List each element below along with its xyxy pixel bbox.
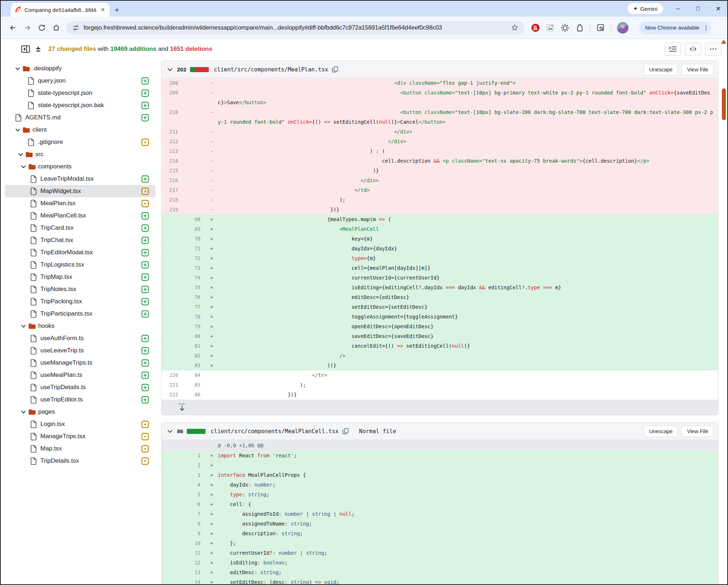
tree-item-src[interactable]: src: [5, 148, 155, 160]
chevron-down-icon[interactable]: [21, 410, 28, 414]
new-line-number: 79: [183, 322, 206, 331]
window-maximize-button[interactable]: □: [693, 5, 703, 12]
tree-item-login-tsx[interactable]: Login.tsx: [5, 418, 155, 430]
tree-item-tripparticipants-tsx[interactable]: TripParticipants.tsx: [5, 308, 155, 320]
tree-item-state-typescript-json[interactable]: state-typescript.json: [5, 87, 155, 99]
starburst-extension-icon[interactable]: [560, 23, 570, 32]
diff-sign: +: [206, 538, 218, 548]
tree-item-components[interactable]: components: [5, 160, 155, 173]
unescape-button[interactable]: Unescape: [644, 64, 678, 75]
side-search-icon[interactable]: [596, 23, 605, 32]
tree-item-tripdetails-tsx[interactable]: TripDetails.tsx: [5, 455, 155, 467]
code-line: ) : (: [218, 146, 718, 156]
home-button[interactable]: [49, 21, 63, 35]
new-chrome-button[interactable]: New Chrome available ⋮: [639, 21, 711, 34]
profile-avatar[interactable]: [617, 22, 628, 34]
tree-item-tripnotes-tsx[interactable]: TripNotes.tsx: [5, 283, 155, 295]
tree-item-pages[interactable]: pages: [5, 406, 155, 418]
chevron-down-icon[interactable]: [15, 67, 22, 70]
tree-item-triplogistics-tsx[interactable]: TripLogistics.tsx: [5, 259, 155, 271]
window-minimize-button[interactable]: –: [672, 5, 683, 12]
tree-item-usemanagetrips-ts[interactable]: useManageTrips.ts: [5, 357, 155, 369]
chevron-down-icon[interactable]: [18, 153, 25, 156]
scroll-top-marker[interactable]: [721, 40, 726, 44]
tree-item-managetrips-tsx[interactable]: ManageTrips.tsx: [5, 430, 155, 443]
tree-item-client[interactable]: client: [5, 124, 155, 136]
code-line: </div>: [218, 176, 718, 185]
split-view-button[interactable]: [685, 43, 701, 56]
code-line: setEditDesc: (desc: string) => void;: [218, 577, 718, 585]
adblock-extension-icon[interactable]: [531, 23, 540, 32]
reload-button[interactable]: [35, 21, 49, 35]
collapse-file-icon[interactable]: [167, 430, 173, 433]
tree-item-label: TripDetails.tsx: [40, 457, 79, 465]
diff-stats-expand-icon[interactable]: ±: [36, 44, 40, 54]
new-tab-button[interactable]: +: [115, 6, 119, 14]
new-line-number: 85: [183, 380, 206, 390]
tree-item-tripcard-tsx[interactable]: TripCard.tsx: [5, 222, 155, 234]
tree-item-useauthform-ts[interactable]: useAuthForm.ts: [5, 332, 155, 344]
tree-item-label: Login.tsx: [40, 421, 65, 428]
copy-path-icon[interactable]: [332, 66, 339, 73]
tree-item-agents-md[interactable]: AGENTS.md: [5, 111, 155, 124]
back-button[interactable]: [6, 21, 20, 35]
chrome-menu-icon[interactable]: ⋮: [703, 26, 708, 29]
tree-item-mealplan-tsx[interactable]: MealPlan.tsx: [5, 197, 155, 210]
tree-item-leavetripmodal-tsx[interactable]: LeaveTripModal.tsx: [5, 173, 155, 185]
site-settings-icon[interactable]: [72, 24, 79, 31]
collapse-file-icon[interactable]: [167, 68, 173, 71]
tree-item-state-typescript-json-bak[interactable]: state-typescript.json.bak: [5, 99, 155, 111]
deletions-count: 1651 deletions: [170, 45, 212, 52]
toggle-file-tree-icon[interactable]: [21, 45, 30, 53]
chevron-down-icon[interactable]: [15, 128, 22, 132]
bookmark-star-icon[interactable]: [511, 24, 519, 31]
url-text[interactable]: forgejo.freshbrewed.science/builderadmin…: [84, 24, 507, 31]
scrollbar-thumb[interactable]: [722, 88, 726, 120]
tree-item-usetripdetails-ts[interactable]: useTripDetails.ts: [5, 381, 155, 393]
code-line: interface MealPlanCellProps {: [218, 470, 718, 480]
tree-item-usemealplan-ts[interactable]: useMealPlan.ts: [5, 369, 155, 381]
tree-item-trippacking-tsx[interactable]: TripPacking.tsx: [5, 295, 155, 308]
folder-icon: [22, 127, 31, 133]
diff-options-menu-button[interactable]: [705, 43, 722, 56]
url-bar[interactable]: forgejo.freshbrewed.science/builderadmin…: [66, 21, 524, 35]
tab-close-icon[interactable]: ✕: [100, 7, 106, 13]
image-extension-icon[interactable]: [546, 23, 555, 32]
window-close-button[interactable]: ✕: [713, 5, 724, 13]
expand-down-icon[interactable]: [178, 403, 186, 412]
tree-item-usetripeditor-ts[interactable]: useTripEditor.ts: [5, 393, 155, 406]
whitespace-options-button[interactable]: [665, 43, 681, 56]
jar-extension-icon[interactable]: [575, 23, 584, 32]
file-icon: [30, 237, 39, 244]
copy-path-icon[interactable]: [342, 428, 349, 435]
chevron-down-icon[interactable]: [21, 165, 28, 168]
chevron-down-icon[interactable]: [21, 325, 28, 328]
tree-item-mapwidget-tsx[interactable]: MapWidget.tsx: [5, 185, 155, 197]
diff-sign: +: [206, 341, 218, 351]
tree-item-tripeditormodal-tsx[interactable]: TripEditorModal.tsx: [5, 246, 155, 259]
code-line: description: string;: [218, 529, 718, 538]
browser-tab[interactable]: Comparing de51a4afb8...bfd4a6 ✕: [11, 3, 110, 17]
tree-item-label: MealPlanCell.tsx: [40, 212, 86, 219]
tree-item-map-tsx[interactable]: Map.tsx: [5, 443, 155, 455]
tree-item-useleavetrip-ts[interactable]: useLeaveTrip.ts: [5, 344, 155, 357]
tree-item--desloppify[interactable]: .desloppify: [5, 62, 155, 75]
tree-item-tripchat-tsx[interactable]: TripChat.tsx: [5, 234, 155, 246]
tree-item-tripmap-tsx[interactable]: TripMap.tsx: [5, 271, 155, 283]
diff-line-row: 75+ isEditing={editingCell?.dayIdx === d…: [162, 283, 718, 292]
view-file-button[interactable]: View File: [681, 64, 714, 75]
code-line: };: [218, 538, 718, 548]
unescape-button[interactable]: Unescape: [644, 426, 678, 437]
file-path[interactable]: client/src/components/MealPlanCell.tsx: [211, 428, 339, 435]
tree-item-mealplancell-tsx[interactable]: MealPlanCell.tsx: [5, 210, 155, 222]
file-path[interactable]: client/src/components/MealPlan.tsx: [214, 66, 328, 73]
tree-item--gitignore[interactable]: .gitignore: [5, 136, 155, 148]
expand-lines-row[interactable]: [162, 400, 718, 415]
file-icon: [30, 212, 39, 220]
tree-item-hooks[interactable]: hooks: [5, 320, 155, 332]
file-icon: [30, 371, 39, 379]
tree-item-query-json[interactable]: query.json: [5, 75, 155, 87]
gemini-button[interactable]: ✦ Gemini: [627, 3, 663, 14]
forward-button[interactable]: [20, 21, 35, 35]
view-file-button[interactable]: View File: [681, 426, 714, 437]
